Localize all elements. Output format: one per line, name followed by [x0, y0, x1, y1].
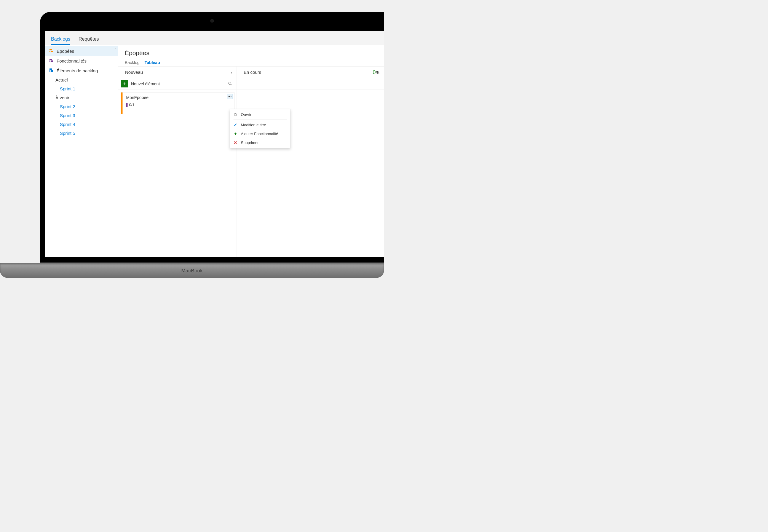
sidebar-collapse-caret[interactable]: ‹ [116, 46, 117, 50]
device-model-label: MacBook [181, 268, 203, 274]
ctx-label: Ajouter Fonctionnalité [241, 131, 278, 136]
ctx-label: Supprimer [241, 140, 259, 145]
open-icon [234, 113, 238, 117]
app-screen: Backlogs Requêtes ‹ Épopées [45, 31, 384, 257]
column-collapse-icon[interactable]: ‹ [231, 70, 232, 75]
laptop-frame: Backlogs Requêtes ‹ Épopées [0, 12, 384, 278]
column-toolbar: Nouvel élément [118, 78, 237, 90]
board-card[interactable]: MonEpopée 0/1 ••• [121, 92, 234, 114]
column-wip-count: 0/5 [373, 69, 379, 76]
ctx-edit-title[interactable]: Modifier le titre [230, 120, 290, 129]
card-actions-button[interactable]: ••• [227, 94, 233, 99]
sidebar-item-backlogitems[interactable]: Éléments de backlog [45, 66, 118, 76]
sidebar-item-label: Épopées [57, 49, 74, 54]
feature-icon [126, 103, 128, 107]
subtab-board[interactable]: Tableau [145, 60, 160, 65]
ctx-delete[interactable]: ✕ Supprimer [230, 138, 290, 147]
ctx-open[interactable]: Ouvrir [230, 110, 290, 119]
svg-line-1 [231, 84, 232, 85]
sidebar-sprint-link[interactable]: Sprint 5 [45, 129, 118, 138]
delete-icon: ✕ [234, 140, 238, 145]
menu-separator [234, 120, 287, 120]
column-title: En cours [244, 70, 261, 75]
pencil-icon [234, 123, 238, 127]
column-header: En cours 0/5 [237, 67, 384, 78]
main-header: Épopées Backlog Tableau [118, 45, 384, 65]
board-column-new: Nouveau ‹ Nouvel élément [118, 66, 237, 257]
page-title: Épopées [125, 49, 378, 57]
wip-total: /5 [376, 70, 379, 75]
column-header: Nouveau ‹ [118, 67, 237, 78]
card-child-count: 0/1 [126, 103, 135, 107]
view-subtabs: Backlog Tableau [125, 60, 378, 65]
tab-backlogs[interactable]: Backlogs [51, 36, 70, 45]
kanban-board: Nouveau ‹ Nouvel élément [118, 66, 384, 257]
laptop-base: MacBook [0, 263, 384, 278]
sidebar-sprint-link[interactable]: Sprint 2 [45, 102, 118, 111]
subtab-backlog[interactable]: Backlog [125, 60, 140, 65]
card-body: MonEpopée 0/1 [123, 92, 234, 114]
plus-icon: + [234, 132, 238, 136]
ctx-label: Ouvrir [241, 112, 251, 117]
main-content: Épopées Backlog Tableau Nouveau ‹ [118, 45, 384, 257]
backlog-level-icon [50, 69, 54, 73]
column-title: Nouveau [125, 70, 143, 75]
sidebar-item-label: Éléments de backlog [57, 68, 98, 73]
sidebar-sprint-link[interactable]: Sprint 3 [45, 111, 118, 120]
laptop-bezel: Backlogs Requêtes ‹ Épopées [40, 12, 384, 263]
sidebar-section-upcoming: À venir [45, 93, 118, 102]
sidebar-section-current: Actuel [45, 76, 118, 84]
card-context-menu: Ouvrir Modifier le titre + [230, 109, 290, 148]
new-item-label: Nouvel élément [131, 82, 160, 86]
webcam [210, 19, 214, 23]
wip-done: 0 [373, 69, 376, 76]
sidebar-sprint-link[interactable]: Sprint 4 [45, 120, 118, 129]
body-split: ‹ Épopées Fonctionnalités [45, 45, 384, 257]
sidebar-item-epics[interactable]: Épopées [45, 46, 118, 56]
tab-requests[interactable]: Requêtes [79, 36, 99, 45]
top-tabbar: Backlogs Requêtes [45, 31, 384, 45]
card-title: MonEpopée [126, 95, 226, 100]
sidebar: ‹ Épopées Fonctionnalités [45, 45, 118, 257]
search-icon[interactable] [228, 82, 232, 86]
ctx-add-feature[interactable]: + Ajouter Fonctionnalité [230, 129, 290, 138]
svg-point-0 [229, 82, 231, 84]
sidebar-item-features[interactable]: Fonctionnalités [45, 56, 118, 66]
backlog-level-icon [50, 49, 54, 53]
sidebar-sprint-link[interactable]: Sprint 1 [45, 84, 118, 93]
sidebar-item-label: Fonctionnalités [57, 58, 87, 63]
card-count-value: 0/1 [129, 103, 135, 107]
column-toolbar [237, 78, 384, 90]
ctx-label: Modifier le titre [241, 122, 266, 127]
new-item-button[interactable] [121, 80, 128, 87]
backlog-level-icon [50, 59, 54, 63]
plus-icon [123, 82, 127, 86]
board-column-inprogress: En cours 0/5 [237, 66, 384, 257]
